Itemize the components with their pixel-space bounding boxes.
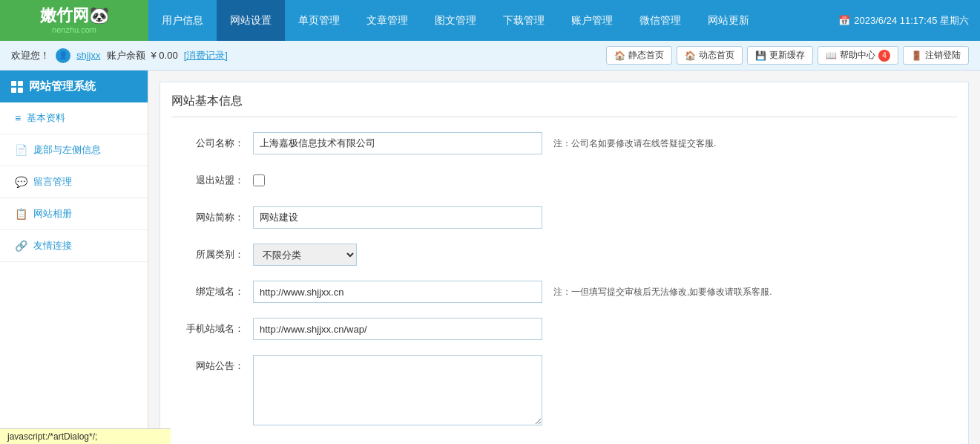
doc-icon: 📄 [15,144,27,156]
mobile-domain-field [253,318,957,340]
top-nav: 嫩竹网🐼 nenzhu.com 用户信息 网站设置 单页管理 文章管理 图文管理… [0,0,980,41]
domain-field: 注：一但填写提交审核后无法修改,如要修改请联系客服. [253,281,957,303]
notice-row: 网站公告： [171,355,957,425]
help-badge: 4 [878,50,890,62]
sidebar-item-basic[interactable]: ≡ 基本资料 [0,102,148,134]
nav-item-download[interactable]: 下载管理 [490,0,558,41]
logo[interactable]: 嫩竹网🐼 nenzhu.com [0,0,148,41]
sidebar-item-message[interactable]: 💬 留言管理 [0,166,148,198]
nav-item-account[interactable]: 账户管理 [558,0,626,41]
list-icon: ≡ [15,112,21,124]
category-row: 所属类别： 不限分类 [171,244,957,267]
company-name-label: 公司名称： [171,132,253,150]
company-name-input[interactable] [253,132,542,154]
content-area[interactable]: 网站基本信息 公司名称： 注：公司名如要修改请在线答疑提交客服. 退出站盟： 网… [148,71,980,444]
user-avatar: 👤 [56,48,70,63]
username[interactable]: shjjxx [76,50,101,61]
dynamic-home-button[interactable]: 🏠 动态首页 [677,46,743,65]
consumption-link[interactable]: [消费记录] [184,49,228,62]
save-icon: 💾 [755,50,766,61]
logo-text: 嫩竹网🐼 [40,6,109,25]
notice-label: 网站公告： [171,355,253,373]
sub-header-right: 🏠 静态首页 🏠 动态首页 💾 更新缓存 📖 帮助中心 4 🚪 注销登陆 [606,46,969,65]
sidebar-item-album[interactable]: 📋 网站相册 [0,198,148,230]
logo-sub: nenzhu.com [40,25,109,35]
logout-icon: 🚪 [911,50,922,61]
book-icon: 📖 [826,50,837,61]
grid-icon [11,81,23,93]
logout-button[interactable]: 🚪 注销登陆 [903,46,969,65]
domain-label: 绑定域名： [171,281,253,298]
nav-item-user[interactable]: 用户信息 [148,0,217,41]
home-icon: 🏠 [614,50,625,61]
domain-note: 注：一但填写提交审核后无法修改,如要修改请联系客服. [553,281,772,298]
link-icon: 🔗 [15,240,27,252]
account-label: 账户余额 [107,49,145,62]
nav-item-page[interactable]: 单页管理 [285,0,353,41]
nav-item-image[interactable]: 图文管理 [421,0,490,41]
nav-item-update[interactable]: 网站更新 [694,0,763,41]
panel-title: 网站基本信息 [171,94,957,117]
calendar-icon: 📅 [838,15,850,26]
chat-icon: 💬 [15,176,27,188]
update-cache-button[interactable]: 💾 更新缓存 [747,46,813,65]
nav-items: 用户信息 网站设置 单页管理 文章管理 图文管理 下载管理 账户管理 微信管理 … [148,0,827,41]
notice-field [253,355,957,425]
welcome-text: 欢迎您！ [11,49,50,62]
exit-alliance-field [253,169,957,186]
home2-icon: 🏠 [685,50,696,61]
company-name-row: 公司名称： 注：公司名如要修改请在线答疑提交客服. [171,132,957,156]
sidebar-item-pang[interactable]: 📄 庞部与左侧信息 [0,134,148,166]
company-name-note: 注：公司名如要修改请在线答疑提交客服. [553,132,716,150]
account-amount: ¥ 0.00 [151,50,178,61]
exit-alliance-label: 退出站盟： [171,169,253,187]
site-short-name-field [253,206,957,229]
status-bar: javascript:/*artDialog*/; [0,428,171,444]
site-short-name-label: 网站简称： [171,206,253,224]
sidebar-item-links[interactable]: 🔗 友情连接 [0,230,148,262]
exit-alliance-checkbox[interactable] [253,174,265,186]
company-name-field: 注：公司名如要修改请在线答疑提交客服. [253,132,957,154]
status-text: javascript:/*artDialog*/; [7,431,97,442]
sub-header-left: 欢迎您！ 👤 shjjxx 账户余额 ¥ 0.00 [消费记录] [11,48,599,63]
main-layout: 网站管理系统 ≡ 基本资料 📄 庞部与左侧信息 💬 留言管理 📋 网站相册 🔗 … [0,71,980,444]
category-select[interactable]: 不限分类 [253,244,357,266]
album-icon: 📋 [15,208,27,220]
site-short-name-row: 网站简称： [171,206,957,230]
help-center-button[interactable]: 📖 帮助中心 4 [818,46,898,65]
domain-row: 绑定域名： 注：一但填写提交审核后无法修改,如要修改请联系客服. [171,281,957,304]
mobile-domain-row: 手机站域名： [171,318,957,342]
mobile-domain-input[interactable] [253,318,542,340]
nav-item-wechat[interactable]: 微信管理 [626,0,694,41]
mobile-domain-label: 手机站域名： [171,318,253,336]
sub-header: 欢迎您！ 👤 shjjxx 账户余额 ¥ 0.00 [消费记录] 🏠 静态首页 … [0,41,980,71]
form-panel: 网站基本信息 公司名称： 注：公司名如要修改请在线答疑提交客服. 退出站盟： 网… [160,82,969,444]
notice-textarea[interactable] [253,355,542,425]
sidebar: 网站管理系统 ≡ 基本资料 📄 庞部与左侧信息 💬 留言管理 📋 网站相册 🔗 … [0,71,148,444]
nav-datetime: 📅 2023/6/24 11:17:45 星期六 [827,14,980,27]
category-label: 所属类别： [171,244,253,261]
nav-item-article[interactable]: 文章管理 [353,0,421,41]
sidebar-title: 网站管理系统 [0,71,148,102]
domain-input[interactable] [253,281,542,303]
exit-alliance-row: 退出站盟： [171,169,957,193]
site-short-name-input[interactable] [253,206,542,229]
static-home-button[interactable]: 🏠 静态首页 [606,46,672,65]
nav-item-site[interactable]: 网站设置 [217,0,285,41]
category-field: 不限分类 [253,244,957,266]
